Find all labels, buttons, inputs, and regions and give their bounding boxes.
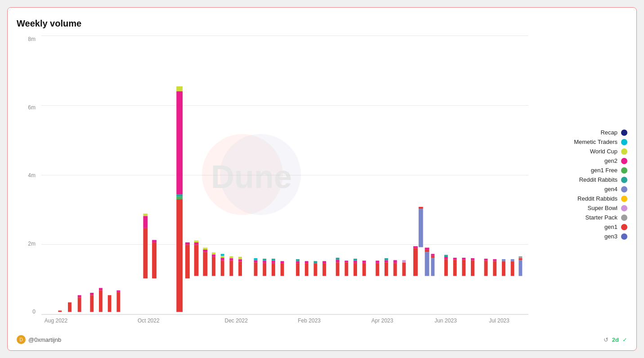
svg-rect-61: [313, 264, 317, 276]
x-label-dec2022: Dec 2022: [225, 318, 248, 324]
svg-rect-62: [313, 261, 317, 264]
x-label-aug2022: Aug 2022: [45, 318, 67, 324]
legend-label-gen2: gen2: [604, 157, 617, 164]
svg-rect-105: [493, 261, 496, 276]
legend-world-cup: World Cup: [533, 148, 627, 155]
svg-rect-16: [143, 214, 148, 216]
svg-rect-113: [519, 256, 522, 258]
svg-rect-34: [212, 252, 215, 254]
svg-rect-36: [221, 258, 224, 260]
refresh-icon[interactable]: ↺: [604, 336, 608, 343]
legend-reddit-rabbids: Reddit Rabbids: [533, 195, 627, 202]
svg-rect-76: [376, 260, 379, 263]
legend-dot-world-cup: [621, 148, 627, 155]
legend-label-reddit-rabbids: Reddit Rabbids: [577, 195, 617, 202]
author-name: @0xmartijnb: [28, 336, 61, 343]
legend-label-recap: Recap: [600, 129, 617, 136]
svg-rect-18: [152, 240, 157, 242]
svg-rect-84: [413, 248, 418, 276]
svg-rect-67: [336, 258, 340, 260]
svg-rect-100: [462, 258, 465, 260]
svg-rect-87: [419, 207, 423, 209]
svg-rect-8: [90, 293, 94, 295]
svg-rect-55: [281, 261, 284, 264]
legend-label-gen1: gen1: [604, 224, 617, 230]
svg-rect-64: [322, 261, 326, 264]
legend-dot-gen3: [621, 233, 627, 240]
footer-left: D @0xmartijnb: [17, 335, 61, 344]
chart-title: Weekly volume: [17, 18, 627, 29]
svg-rect-21: [176, 194, 183, 197]
svg-rect-3: [58, 310, 62, 312]
legend-label-super-bowl: Super Bowl: [588, 205, 617, 211]
y-label-0: 0: [32, 309, 36, 315]
legend-dot-gen2: [621, 158, 627, 164]
svg-rect-86: [419, 209, 423, 247]
svg-rect-52: [272, 260, 275, 263]
legend-gen1: gen1: [533, 224, 627, 230]
x-label-jul2023: Jul 2023: [489, 318, 509, 324]
legend-dot-recap: [621, 130, 627, 136]
svg-rect-58: [296, 259, 300, 261]
svg-rect-78: [385, 260, 388, 262]
svg-rect-69: [344, 260, 348, 262]
svg-rect-106: [493, 259, 496, 261]
svg-rect-81: [394, 260, 397, 263]
svg-rect-79: [385, 258, 388, 260]
legend-starter-pack: Starter Pack: [533, 214, 627, 221]
svg-rect-38: [221, 254, 224, 256]
svg-rect-80: [394, 263, 397, 276]
legend-label-memetic-traders: Memetic Traders: [574, 139, 617, 145]
svg-rect-92: [431, 256, 434, 258]
svg-rect-98: [453, 258, 457, 260]
svg-rect-101: [471, 260, 474, 276]
svg-rect-11: [108, 295, 112, 312]
svg-rect-54: [281, 264, 284, 276]
svg-rect-89: [425, 250, 429, 252]
svg-rect-4: [68, 302, 72, 312]
svg-rect-46: [254, 260, 258, 262]
svg-rect-26: [194, 245, 199, 276]
svg-rect-102: [471, 258, 474, 260]
svg-rect-22: [176, 91, 183, 194]
svg-rect-12: [116, 292, 120, 312]
svg-rect-53: [272, 259, 275, 260]
svg-rect-43: [238, 259, 242, 261]
svg-rect-49: [263, 260, 266, 263]
svg-rect-63: [322, 264, 326, 276]
svg-rect-44: [238, 257, 242, 259]
svg-rect-28: [194, 241, 199, 242]
svg-rect-15: [143, 216, 148, 228]
svg-rect-83: [402, 260, 406, 262]
svg-rect-93: [431, 254, 434, 256]
svg-rect-33: [212, 255, 215, 257]
svg-rect-56: [296, 264, 300, 276]
chart-container: Weekly volume 8m 6m 4m 2m 0: [7, 7, 637, 351]
legend-dot-super-bowl: [621, 205, 627, 211]
legend-dot-gen1-free: [621, 167, 627, 174]
svg-rect-88: [425, 252, 429, 276]
svg-rect-72: [353, 259, 357, 260]
svg-rect-111: [519, 260, 522, 276]
legend-label-gen1-free: gen1 Free: [591, 167, 617, 174]
svg-rect-96: [444, 255, 448, 257]
legend-dot-reddit-rabbits: [621, 177, 627, 183]
svg-rect-27: [194, 242, 199, 245]
svg-rect-70: [353, 263, 357, 276]
timeframe-label[interactable]: 2d: [612, 336, 619, 343]
svg-rect-13: [116, 291, 120, 292]
y-axis: 8m 6m 4m 2m 0: [17, 36, 39, 315]
legend-label-reddit-rabbits: Reddit Rabbits: [579, 176, 617, 183]
legend-reddit-rabbits: Reddit Rabbits: [533, 176, 627, 183]
svg-rect-32: [212, 257, 215, 276]
legend-recap: Recap: [533, 129, 627, 136]
legend-label-starter-pack: Starter Pack: [585, 214, 617, 221]
svg-rect-59: [305, 264, 309, 276]
footer: D @0xmartijnb ↺ 2d ✓: [17, 335, 627, 344]
svg-rect-108: [502, 259, 505, 261]
svg-rect-99: [462, 260, 465, 276]
svg-rect-29: [203, 252, 207, 276]
verified-icon: ✓: [622, 336, 627, 343]
svg-rect-48: [263, 263, 266, 276]
svg-rect-47: [254, 258, 258, 260]
